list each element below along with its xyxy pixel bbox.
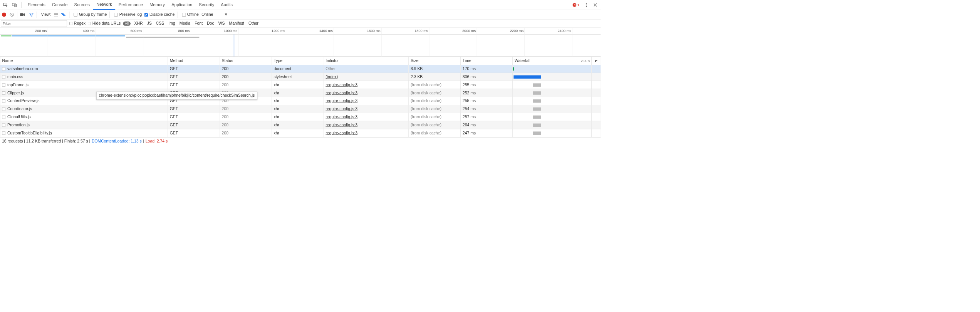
filter-type-ws[interactable]: WS (218, 21, 225, 26)
camera-icon[interactable] (20, 13, 25, 17)
tab-performance[interactable]: Performance (115, 0, 146, 10)
request-initiator[interactable]: require-config.js:3 (324, 81, 409, 89)
request-initiator[interactable]: (index) (324, 73, 409, 81)
throttling-select[interactable]: Online ▼ (201, 12, 228, 17)
record-button[interactable] (2, 12, 6, 17)
row-checkbox[interactable] (2, 83, 6, 87)
row-checkbox[interactable] (2, 99, 6, 103)
row-checkbox[interactable] (2, 107, 6, 111)
group-by-frame-checkbox[interactable]: Group by frame (74, 12, 107, 17)
ruler-tick: 1200 ms (272, 29, 286, 33)
request-size: (from disk cache) (409, 89, 461, 97)
tab-security[interactable]: Security (196, 0, 218, 10)
row-checkbox[interactable] (2, 91, 6, 95)
request-initiator[interactable]: require-config.js:3 (324, 129, 409, 137)
filter-icon[interactable] (29, 12, 34, 17)
request-waterfall (513, 65, 592, 73)
filter-type-css[interactable]: CSS (156, 21, 164, 26)
request-name: vatsalmehra.com (7, 67, 38, 71)
request-initiator[interactable]: require-config.js:3 (324, 113, 409, 121)
filter-bar: Regex Hide data URLs All XHRJSCSSImgMedi… (0, 19, 601, 28)
request-method: GET (168, 121, 220, 129)
filter-type-other[interactable]: Other (248, 21, 258, 26)
filter-type-js[interactable]: JS (147, 21, 152, 26)
device-toggle-icon[interactable] (10, 1, 18, 9)
col-size[interactable]: Size (409, 57, 461, 65)
request-method: GET (168, 81, 220, 89)
row-checkbox[interactable] (2, 124, 6, 127)
tab-console[interactable]: Console (49, 0, 71, 10)
tab-application[interactable]: Application (168, 0, 196, 10)
filter-type-doc[interactable]: Doc (207, 21, 214, 26)
hide-data-urls-checkbox[interactable]: Hide data URLs (88, 21, 121, 26)
col-method[interactable]: Method (168, 57, 220, 65)
inspect-icon[interactable] (2, 1, 10, 9)
offline-checkbox[interactable]: Offline (182, 12, 198, 17)
request-method: GET (168, 65, 220, 73)
timeline-overview[interactable] (0, 34, 601, 57)
table-row[interactable]: Coordinator.jsGET200xhrrequire-config.js… (0, 105, 601, 113)
svg-rect-10 (63, 15, 65, 16)
waterfall-view-icon[interactable] (61, 13, 66, 16)
timeline-ruler[interactable]: 200 ms400 ms600 ms800 ms1000 ms1200 ms14… (0, 28, 601, 34)
request-initiator[interactable]: require-config.js:3 (324, 97, 409, 105)
request-size: 8.9 KB (409, 65, 461, 73)
request-size: (from disk cache) (409, 97, 461, 105)
col-tail[interactable]: ➤ (591, 57, 601, 65)
col-name[interactable]: Name (0, 57, 168, 65)
request-initiator[interactable]: require-config.js:3 (324, 105, 409, 113)
filter-type-xhr[interactable]: XHR (134, 21, 143, 26)
kebab-menu-icon[interactable] (582, 1, 591, 9)
tab-audits[interactable]: Audits (218, 0, 236, 10)
col-time[interactable]: Time (461, 57, 513, 65)
table-row[interactable]: Promotion.jsGET200xhrrequire-config.js:3… (0, 121, 601, 129)
tab-elements[interactable]: Elements (24, 0, 49, 10)
large-rows-icon[interactable] (54, 13, 58, 17)
row-checkbox[interactable] (2, 75, 6, 79)
table-row[interactable]: GlobalUtils.jsGET200xhrrequire-config.js… (0, 113, 601, 121)
tab-memory[interactable]: Memory (146, 0, 168, 10)
filter-type-img[interactable]: Img (168, 21, 175, 26)
col-type[interactable]: Type (272, 57, 324, 65)
disable-cache-checkbox[interactable]: Disable cache (144, 12, 175, 17)
col-initiator[interactable]: Initiator (324, 57, 409, 65)
col-status[interactable]: Status (220, 57, 272, 65)
tab-sources[interactable]: Sources (71, 0, 93, 10)
request-time: 254 ms (461, 105, 513, 113)
request-name: Clipper.js (7, 91, 24, 95)
request-initiator[interactable]: require-config.js:3 (324, 89, 409, 97)
ruler-tick: 1600 ms (367, 29, 381, 33)
request-method: GET (168, 129, 220, 137)
request-size: (from disk cache) (409, 129, 461, 137)
preserve-log-checkbox[interactable]: Preserve log (114, 12, 142, 17)
regex-checkbox[interactable]: Regex (69, 21, 86, 26)
col-waterfall[interactable]: Waterfall2.00 s (513, 57, 592, 65)
table-row[interactable]: ContentPreview.jsGET200xhrrequire-config… (0, 97, 601, 105)
table-row[interactable]: vatsalmehra.comGET200documentOther8.9 KB… (0, 65, 601, 73)
error-icon: ✕ (573, 3, 577, 7)
row-checkbox[interactable] (2, 67, 6, 71)
row-checkbox[interactable] (2, 116, 6, 119)
request-waterfall (513, 89, 592, 97)
svg-point-4 (586, 4, 587, 5)
request-initiator[interactable]: require-config.js:3 (324, 121, 409, 129)
clear-button[interactable] (10, 12, 14, 17)
table-row[interactable]: Clipper.jsGET200xhrrequire-config.js:3(f… (0, 89, 601, 97)
filter-type-media[interactable]: Media (180, 21, 190, 26)
filter-type-manifest[interactable]: Manifest (229, 21, 244, 26)
table-row[interactable]: main.cssGET200stylesheet(index)2.3 KB806… (0, 73, 601, 81)
close-devtools-icon[interactable] (591, 1, 599, 9)
filter-all[interactable]: All (123, 21, 130, 25)
request-type: xhr (272, 105, 324, 113)
filter-input[interactable] (1, 20, 67, 27)
row-checkbox[interactable] (2, 131, 6, 135)
error-count[interactable]: ✕ 1 (573, 3, 580, 7)
request-status: 200 (220, 113, 272, 121)
tab-network[interactable]: Network (93, 0, 116, 10)
table-row[interactable]: topFrame.jsGET200xhrrequire-config.js:3(… (0, 81, 601, 89)
filter-type-font[interactable]: Font (195, 21, 203, 26)
table-row[interactable]: CustomTooltipEligibility.jsGET200xhrrequ… (0, 129, 601, 137)
request-status: 200 (220, 73, 272, 81)
request-waterfall (513, 73, 592, 81)
request-status: 200 (220, 65, 272, 73)
